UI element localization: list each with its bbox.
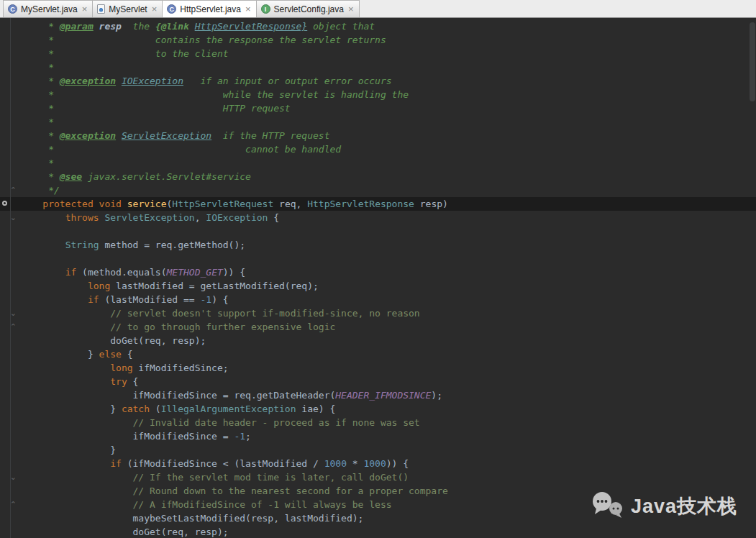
code-line[interactable]: * @param resp the {@link HttpServletResp… bbox=[0, 19, 756, 33]
code-line-text: * @exception ServletException if the HTT… bbox=[20, 129, 330, 142]
tab-bar: CMyServlet.java×MyServlet×CHttpServlet.j… bbox=[0, 0, 756, 18]
tab-close-icon[interactable]: × bbox=[152, 4, 158, 14]
code-line[interactable]: doGet(req, resp); bbox=[0, 334, 756, 347]
code-line-text: } catch (IllegalArgumentException iae) { bbox=[20, 402, 335, 416]
code-line-text: ifModifiedSince = -1; bbox=[20, 429, 251, 443]
scrollbar-thumb[interactable] bbox=[750, 22, 755, 101]
code-line-text: ifModifiedSince = req.getDateHeader(HEAD… bbox=[20, 388, 442, 402]
code-line[interactable]: ⌃ */ bbox=[0, 183, 756, 197]
current-code-line[interactable]: protected void service(HttpServletReques… bbox=[0, 197, 756, 211]
code-line[interactable]: * @see javax.servlet.Servlet#service bbox=[0, 170, 756, 183]
code-line[interactable]: } catch (IllegalArgumentException iae) { bbox=[0, 402, 756, 416]
code-line-text: String method = req.getMethod(); bbox=[20, 238, 245, 252]
scrollbar[interactable] bbox=[748, 18, 756, 538]
code-line[interactable]: } else { bbox=[0, 347, 756, 361]
code-line-text: if (ifModifiedSince < (lastModified / 10… bbox=[20, 457, 409, 470]
code-line-text: doGet(req, resp); bbox=[20, 525, 229, 538]
code-line[interactable]: long lastModified = getLastModified(req)… bbox=[0, 279, 756, 293]
code-line[interactable]: ⌄ // servlet doesn't support if-modified… bbox=[0, 306, 756, 320]
code-line-text: // Round down to the nearest second for … bbox=[20, 484, 448, 498]
file-icon bbox=[97, 4, 105, 14]
tab-label: MyServlet bbox=[109, 4, 147, 14]
tab-close-icon[interactable]: × bbox=[245, 4, 251, 14]
tab-close-icon[interactable]: × bbox=[82, 4, 88, 14]
code-line-text: long lastModified = getLastModified(req)… bbox=[20, 279, 319, 293]
code-line[interactable]: } bbox=[0, 443, 756, 457]
code-line[interactable] bbox=[0, 252, 756, 265]
tab-servletconfig-java[interactable]: IServletConfig.java× bbox=[256, 0, 360, 17]
code-line[interactable]: ifModifiedSince = req.getDateHeader(HEAD… bbox=[0, 388, 756, 402]
code-line[interactable]: * to the client bbox=[0, 47, 756, 60]
code-line[interactable]: try { bbox=[0, 375, 756, 388]
class-icon: C bbox=[8, 4, 17, 14]
code-line[interactable]: * bbox=[0, 156, 756, 170]
code-line[interactable]: * cannot be handled bbox=[0, 142, 756, 156]
code-area: * @param resp the {@link HttpServletResp… bbox=[0, 19, 756, 538]
code-line[interactable]: * while the servlet is handling the bbox=[0, 88, 756, 101]
code-line-text: try { bbox=[20, 375, 138, 388]
tab-label: ServletConfig.java bbox=[274, 4, 344, 14]
code-line[interactable]: ifModifiedSince = -1; bbox=[0, 429, 756, 443]
watermark: Java技术栈 bbox=[591, 491, 737, 522]
wechat-bubbles-icon bbox=[591, 491, 624, 522]
code-line[interactable]: if (method.equals(METHOD_GET)) { bbox=[0, 265, 756, 279]
tab-close-icon[interactable]: × bbox=[348, 4, 354, 14]
code-line[interactable]: * HTTP request bbox=[0, 101, 756, 115]
code-line[interactable]: doGet(req, resp); bbox=[0, 525, 756, 538]
code-line-text: // to go through further expensive logic bbox=[20, 320, 335, 334]
code-line[interactable]: if (lastModified == -1) { bbox=[0, 293, 756, 306]
code-line-text: doGet(req, resp); bbox=[20, 334, 206, 347]
code-line[interactable]: String method = req.getMethod(); bbox=[0, 238, 756, 252]
code-line-text: * while the servlet is handling the bbox=[20, 88, 409, 101]
code-line-text: * HTTP request bbox=[20, 101, 291, 115]
gutter-divider bbox=[10, 18, 11, 538]
code-line[interactable]: * bbox=[0, 115, 756, 129]
editor: * @param resp the {@link HttpServletResp… bbox=[0, 18, 756, 538]
tab-label: HttpServlet.java bbox=[180, 4, 241, 14]
code-line[interactable]: * @exception IOException if an input or … bbox=[0, 74, 756, 88]
code-line[interactable]: ⌄ throws ServletException, IOException { bbox=[0, 211, 756, 224]
class-icon: C bbox=[167, 4, 176, 14]
tab-myservlet[interactable]: MyServlet× bbox=[92, 0, 163, 17]
interface-icon: I bbox=[261, 4, 270, 14]
code-line-text: } bbox=[20, 443, 116, 457]
code-line-text: * @exception IOException if an input or … bbox=[20, 74, 392, 88]
code-line-text: } else { bbox=[20, 347, 133, 361]
code-line-text: // If the servlet mod time is later, cal… bbox=[20, 470, 409, 484]
code-line-text: * @see javax.servlet.Servlet#service bbox=[20, 170, 251, 183]
gutter-ring-icon[interactable] bbox=[2, 201, 7, 206]
tab-label: MyServlet.java bbox=[21, 4, 78, 14]
code-line-text: // Invalid date header - proceed as if n… bbox=[20, 416, 420, 429]
code-line-text: * bbox=[20, 115, 54, 129]
watermark-text: Java技术栈 bbox=[631, 493, 737, 519]
tab-myservlet-java[interactable]: CMyServlet.java× bbox=[3, 0, 93, 17]
code-line-text: // A ifModifiedSince of -1 will always b… bbox=[20, 498, 392, 511]
code-line-text: */ bbox=[20, 183, 60, 197]
code-line-text: * bbox=[20, 60, 54, 74]
code-line-text: long ifModifiedSince; bbox=[20, 361, 229, 375]
code-line-text: * cannot be handled bbox=[20, 142, 341, 156]
code-line-text: if (lastModified == -1) { bbox=[20, 293, 229, 306]
code-line-text: // servlet doesn't support if-modified-s… bbox=[20, 306, 420, 320]
code-line[interactable]: if (ifModifiedSince < (lastModified / 10… bbox=[0, 457, 756, 470]
code-line-text: * contains the response the servlet retu… bbox=[20, 33, 386, 47]
code-line-text: if (method.equals(METHOD_GET)) { bbox=[20, 265, 245, 279]
code-line-text: * bbox=[20, 156, 54, 170]
code-line[interactable]: ⌃ // to go through further expensive log… bbox=[0, 320, 756, 334]
code-line[interactable]: long ifModifiedSince; bbox=[0, 361, 756, 375]
code-line-text: throws ServletException, IOException { bbox=[20, 211, 279, 224]
code-line[interactable]: * bbox=[0, 60, 756, 74]
code-line[interactable]: * @exception ServletException if the HTT… bbox=[0, 129, 756, 142]
code-line[interactable] bbox=[0, 224, 756, 238]
code-line-text: protected void service(HttpServletReques… bbox=[20, 197, 448, 211]
code-line[interactable]: ⌄ // If the servlet mod time is later, c… bbox=[0, 470, 756, 484]
code-line[interactable]: // Invalid date header - proceed as if n… bbox=[0, 416, 756, 429]
code-line-text: maybeSetLastModified(resp, lastModified)… bbox=[20, 511, 363, 525]
code-line-text: * @param resp the {@link HttpServletResp… bbox=[20, 19, 375, 33]
tab-httpservlet-java[interactable]: CHttpServlet.java× bbox=[162, 0, 256, 17]
code-line-text: * to the client bbox=[20, 47, 229, 60]
code-line[interactable]: * contains the response the servlet retu… bbox=[0, 33, 756, 47]
